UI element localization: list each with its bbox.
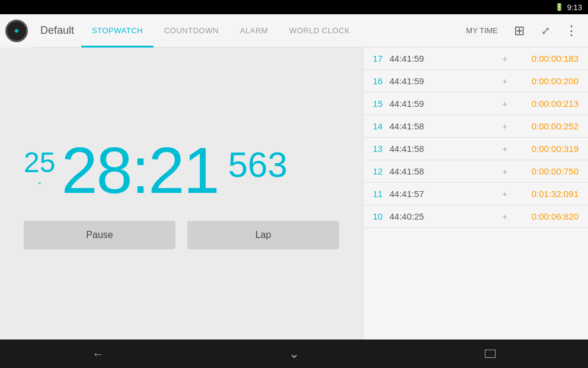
lap-row-number: 10 [373,211,389,221]
tab-worldclock[interactable]: WORLD CLOCK [279,14,360,47]
status-bar: 🔋 9:13 [0,0,588,14]
lap-row-number: 17 [373,53,389,64]
lap-row-delta: 0:00:00:200 [513,76,579,86]
lap-row-time: 44:41:57 [389,189,496,199]
fullscreen-icon: ⤢ [541,24,550,37]
lap-row-plus: + [502,76,507,86]
lap-row: 1544:41:59+0:00:00:213 [363,93,588,115]
main-content: 25 - 28:21 563 Pause Lap 1744:41:59+0:00… [0,47,588,340]
lap-row-time: 44:41:59 [389,53,496,64]
lap-row-time: 44:40:25 [389,211,496,221]
status-time: 9:13 [567,3,582,12]
fullscreen-button[interactable]: ⤢ [533,19,557,43]
lap-list[interactable]: 1744:41:59+0:00:00:1831644:41:59+0:00:00… [363,47,588,340]
app-logo [0,14,33,47]
more-icon: ⋮ [565,23,579,39]
lap-row: 1744:41:59+0:00:00:183 [363,47,588,70]
lap-row-delta: 0:00:00:183 [513,53,579,64]
stopwatch-display: 25 - 28:21 563 [24,138,287,203]
lap-row: 1444:41:58+0:00:00:252 [363,115,588,138]
lap-row: 1144:41:57+0:01:32:091 [363,183,588,205]
lap-row-delta: 0:01:32:091 [513,189,579,199]
app-bar-actions: MY TIME ⊞ ⤢ ⋮ [454,19,588,43]
battery-icon: 🔋 [555,3,564,11]
lap-number: 25 [24,148,55,177]
back-icon: ← [92,347,104,361]
lap-row-plus: + [502,53,507,64]
lap-row: 1644:41:59+0:00:00:200 [363,70,588,93]
tab-alarm[interactable]: ALARM [229,14,279,47]
lap-row-delta: 0:00:00:252 [513,121,579,131]
add-icon: ⊞ [514,23,525,39]
status-bar-right: 🔋 9:13 [555,3,582,12]
lap-row-time: 44:41:59 [389,99,496,109]
pause-button[interactable]: Pause [24,221,175,249]
lap-row-delta: 0:00:06:820 [513,211,579,221]
lap-row-time: 44:41:58 [389,144,496,154]
lap-row-delta: 0:00:00:750 [513,166,579,176]
lap-row: 1344:41:58+0:00:00:319 [363,138,588,160]
tab-stopwatch[interactable]: STOPWATCH [81,14,154,47]
app-bar: Default STOPWATCH COUNTDOWN ALARM WORLD … [0,14,588,47]
lap-row-time: 44:41:59 [389,76,496,86]
lap-row-number: 14 [373,121,389,131]
nav-bar: ← ⌄ [0,340,588,368]
lap-row-number: 13 [373,144,389,154]
lap-row-delta: 0:00:00:213 [513,99,579,109]
lap-button[interactable]: Lap [187,221,339,249]
lap-row-plus: + [502,121,507,131]
lap-row: 1244:41:58+0:00:00:750 [363,160,588,183]
lap-dash: - [38,177,41,189]
lap-row-delta: 0:00:00:319 [513,144,579,154]
home-icon: ⌄ [289,346,299,361]
lap-row-number: 15 [373,99,389,109]
control-buttons: Pause Lap [24,221,339,249]
lap-row-time: 44:41:58 [389,121,496,131]
lap-row: 1044:40:25+0:00:06:820 [363,205,588,228]
lap-row-plus: + [502,189,507,199]
lap-row-number: 12 [373,166,389,176]
lap-row-plus: + [502,99,507,109]
back-button[interactable]: ← [80,340,116,368]
left-panel: 25 - 28:21 563 Pause Lap [0,47,363,340]
recent-icon [485,350,496,358]
my-time-button[interactable]: MY TIME [459,26,505,35]
tab-countdown[interactable]: COUNTDOWN [154,14,229,47]
home-button[interactable]: ⌄ [276,340,312,368]
lap-row-plus: + [502,211,507,221]
recent-button[interactable] [472,340,508,368]
add-button[interactable]: ⊞ [507,19,531,43]
lap-row-number: 11 [373,189,389,199]
stopwatch-minutes-seconds: 28:21 [61,138,218,203]
lap-row-time: 44:41:58 [389,166,496,176]
more-button[interactable]: ⋮ [560,19,583,43]
lap-row-plus: + [502,144,507,154]
lap-row-number: 16 [373,76,389,86]
nav-tabs: STOPWATCH COUNTDOWN ALARM WORLD CLOCK [81,14,454,47]
stopwatch-milliseconds: 563 [228,147,287,183]
app-title: Default [33,24,81,37]
app-logo-inner [5,20,28,42]
lap-row-plus: + [502,166,507,176]
